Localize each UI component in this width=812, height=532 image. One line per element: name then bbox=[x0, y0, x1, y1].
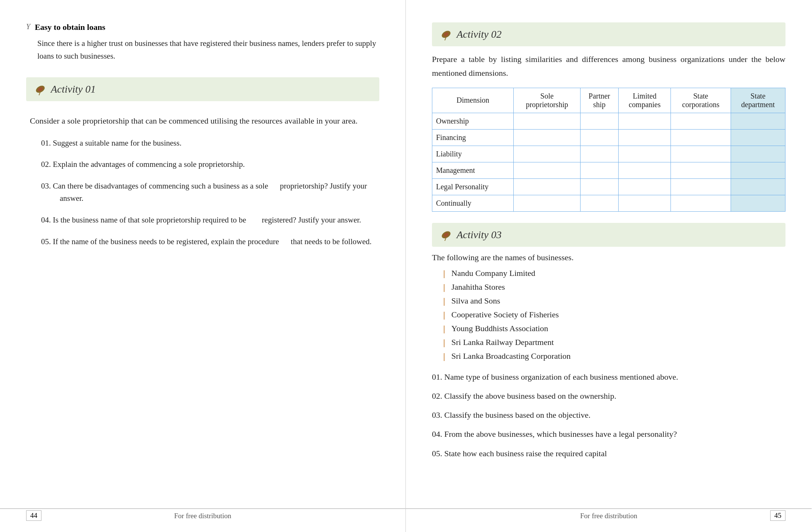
col-limited: Limitedcompanies bbox=[619, 88, 671, 113]
activity01-q1: 01. Suggest a suitable name for the busi… bbox=[30, 137, 376, 150]
list-item: | Sri Lanka Railway Department bbox=[443, 337, 785, 348]
right-footer-text: For free distribution bbox=[406, 512, 812, 520]
business-name-1: Nandu Company Limited bbox=[451, 268, 535, 278]
business-name-5: Young Buddhists Association bbox=[451, 324, 548, 333]
act03-q3: 03. Classify the business based on the o… bbox=[432, 408, 785, 421]
activity03-questions: 01. Name type of business organization o… bbox=[432, 370, 785, 460]
table-row-ownership: Ownership bbox=[432, 113, 785, 129]
activity02-header: Activity 02 bbox=[439, 28, 778, 41]
activity01-intro: Consider a sole proprietorship that can … bbox=[30, 114, 376, 128]
activity03-intro: The following are the names of businesse… bbox=[432, 253, 785, 262]
activity01-q3: 03. Can there be disadvantages of commen… bbox=[30, 180, 376, 205]
list-item: | Silva and Sons bbox=[443, 296, 785, 306]
right-footer-line bbox=[406, 508, 812, 509]
activity02-intro: Prepare a table by listing similarities … bbox=[432, 52, 785, 80]
easy-loans-text: Since there is a higher trust on busines… bbox=[37, 37, 379, 62]
activity01-q2: 02. Explain the advantages of commencing… bbox=[30, 158, 376, 171]
easy-loans-title: Easy to obtain loans bbox=[35, 22, 105, 32]
left-page: Y Easy to obtain loans Since there is a … bbox=[0, 0, 406, 532]
act03-q1: 01. Name type of business organization o… bbox=[432, 370, 785, 383]
business-name-4: Cooperative Society of Fisheries bbox=[451, 310, 559, 320]
act03-q4: 04. From the above businesses, which bus… bbox=[432, 427, 785, 441]
bullet-icon: | bbox=[443, 310, 448, 320]
easy-loans-section: Y Easy to obtain loans Since there is a … bbox=[26, 22, 379, 62]
activity01-content: Consider a sole proprietorship that can … bbox=[26, 108, 379, 261]
business-name-2: Janahitha Stores bbox=[451, 282, 505, 292]
act03-q5: 05. State how each business raise the re… bbox=[432, 447, 785, 460]
activity03-box: Activity 03 bbox=[432, 223, 785, 247]
left-footer-line bbox=[0, 508, 405, 509]
list-item: | Janahitha Stores bbox=[443, 282, 785, 292]
table-row-financing: Financing bbox=[432, 129, 785, 146]
activity02-title: Activity 02 bbox=[457, 28, 502, 40]
list-item: | Sri Lanka Broadcasting Corporation bbox=[443, 351, 785, 361]
col-partner: Partnership bbox=[580, 88, 618, 113]
bullet-icon: | bbox=[443, 282, 448, 292]
easy-loans-header: Y Easy to obtain loans bbox=[26, 22, 379, 35]
col-dimension: Dimension bbox=[432, 88, 514, 113]
act03-q2: 02. Classify the above business based on… bbox=[432, 389, 785, 402]
business-list: | Nandu Company Limited | Janahitha Stor… bbox=[443, 268, 785, 361]
col-state-dept: Statedepartment bbox=[731, 88, 785, 113]
activity01-box: Activity 01 bbox=[26, 77, 379, 101]
table-row-liability: Liability bbox=[432, 146, 785, 162]
activity03-title: Activity 03 bbox=[457, 229, 502, 241]
table-row-legal: Legal Personality bbox=[432, 178, 785, 195]
col-state-corp: Statecorporations bbox=[671, 88, 731, 113]
list-item: | Cooperative Society of Fisheries bbox=[443, 310, 785, 320]
activity03-icon bbox=[439, 228, 453, 242]
bullet-icon: | bbox=[443, 324, 448, 334]
activity01-icon bbox=[34, 83, 47, 96]
activity02-box: Activity 02 bbox=[432, 22, 785, 46]
activity02-icon bbox=[439, 28, 453, 41]
table-row-management: Management bbox=[432, 162, 785, 178]
activity01-title: Activity 01 bbox=[51, 83, 96, 95]
bullet-icon: | bbox=[443, 351, 448, 361]
activity01-q5: 05. If the name of the business needs to… bbox=[30, 236, 376, 248]
comparison-table: Dimension Soleproprietorship Partnership… bbox=[432, 88, 785, 212]
activity01-header: Activity 01 bbox=[34, 83, 372, 96]
business-name-6: Sri Lanka Railway Department bbox=[451, 337, 554, 347]
bullet-icon: Y bbox=[26, 22, 30, 31]
col-sole: Soleproprietorship bbox=[514, 88, 580, 113]
left-footer-text: For free distribution bbox=[0, 512, 405, 520]
bullet-icon: | bbox=[443, 268, 448, 279]
activity03-header: Activity 03 bbox=[439, 228, 778, 242]
right-page: Activity 02 Prepare a table by listing s… bbox=[406, 0, 812, 532]
business-name-7: Sri Lanka Broadcasting Corporation bbox=[451, 351, 571, 361]
bullet-icon: | bbox=[443, 337, 448, 348]
list-item: | Nandu Company Limited bbox=[443, 268, 785, 279]
business-name-3: Silva and Sons bbox=[451, 296, 500, 306]
activity01-q4: 04. Is the business name of that sole pr… bbox=[30, 214, 376, 227]
list-item: | Young Buddhists Association bbox=[443, 324, 785, 334]
bullet-icon: | bbox=[443, 296, 448, 306]
table-row-continually: Continually bbox=[432, 195, 785, 211]
